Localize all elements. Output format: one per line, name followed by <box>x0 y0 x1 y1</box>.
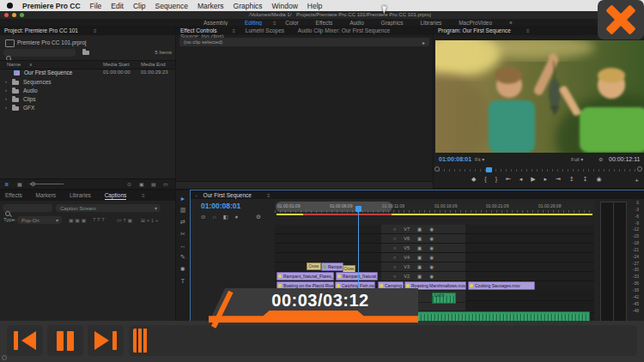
caption-align-icons[interactable]: ▭ T ▣ <box>117 217 132 223</box>
progress-handle[interactable] <box>133 329 148 353</box>
lock-icon[interactable]: ○ <box>393 226 396 232</box>
sync-lock-icon[interactable]: ▣ <box>417 236 422 241</box>
sync-lock-icon[interactable]: ▣ <box>417 274 422 279</box>
list-view-icon[interactable]: ≣ <box>4 181 9 187</box>
sort-icon[interactable]: ∧ <box>29 62 33 67</box>
type-tool-icon[interactable]: T <box>181 278 185 284</box>
export-frame-icon[interactable]: ◉ <box>597 176 605 182</box>
menu-window[interactable]: Window <box>272 2 298 10</box>
tab-audio-clip-mixer[interactable]: Audio Clip Mixer: Our First Sequence <box>298 27 390 33</box>
new-bin-icon[interactable]: ▣ <box>139 181 144 187</box>
lock-icon[interactable]: ○ <box>393 264 396 269</box>
transition-clip[interactable]: Cross <box>307 262 321 270</box>
razor-tool-icon[interactable]: ✂ <box>180 231 185 238</box>
extract-icon[interactable]: ↧ <box>583 176 592 182</box>
tab-captions[interactable]: Captions <box>105 192 127 200</box>
track-header-v5[interactable]: ○V5▣◉ <box>381 244 465 252</box>
add-marker-icon[interactable]: ◆ <box>471 176 479 182</box>
chevron-right-icon[interactable]: ▸ <box>422 39 425 45</box>
minimize-window-button[interactable] <box>12 13 16 17</box>
selection-tool-icon[interactable]: ► <box>180 196 186 202</box>
trash-icon[interactable]: ▭ <box>163 181 168 187</box>
project-panel-tab[interactable]: Project: Premiere Pro CC 101 <box>4 27 78 33</box>
captions-search-input[interactable] <box>3 204 52 212</box>
apple-menu-icon[interactable] <box>7 3 13 9</box>
workspace-editing[interactable]: Editing <box>245 20 262 26</box>
video-clip[interactable]: Cooking Sausages.mov <box>468 281 535 290</box>
bin-row-gfx[interactable]: › GFX <box>0 104 175 112</box>
project-panel-menu-icon[interactable]: ≡ <box>94 28 97 33</box>
close-window-button[interactable] <box>4 13 9 17</box>
program-timecode[interactable]: 01:00:08:01 <box>439 156 471 162</box>
workspace-overflow-icon[interactable]: » <box>509 20 513 26</box>
tab-effects[interactable]: Effects <box>5 192 22 198</box>
timeline-menu-icon[interactable]: ≡ <box>267 193 270 198</box>
hand-tool-icon[interactable]: ✱ <box>180 266 185 273</box>
icon-view-icon[interactable]: ▦ <box>17 181 22 187</box>
menu-clip[interactable]: Clip <box>133 2 146 10</box>
sync-lock-icon[interactable]: ▣ <box>417 245 422 250</box>
bin-label[interactable]: Clips <box>23 96 35 102</box>
scrubber-right-handle[interactable] <box>637 166 642 172</box>
skip-back-button[interactable] <box>7 325 43 356</box>
settings-wrench-icon[interactable]: ⚙ <box>598 156 603 162</box>
lock-icon[interactable]: ○ <box>393 245 396 250</box>
pause-button[interactable] <box>47 325 83 356</box>
timeline-toolbar-icons[interactable]: ⊙ ∩ ◧ ♦ <box>201 214 240 220</box>
menu-graphics[interactable]: Graphics <box>234 2 263 10</box>
play-icon[interactable]: ▶ <box>531 176 538 182</box>
workspace-assembly[interactable]: Assembly <box>204 20 228 26</box>
new-item-icon[interactable]: ▤ <box>151 181 156 187</box>
workspace-graphics[interactable]: Graphics <box>381 20 404 26</box>
menu-help[interactable]: Help <box>307 2 322 10</box>
workspace-color[interactable]: Color <box>285 20 299 26</box>
track-header-v4[interactable]: ○V4▣◉ <box>381 253 465 262</box>
track-output-icon[interactable]: ◉ <box>429 226 434 232</box>
project-file-name[interactable]: Premiere Pro CC 101.prproj <box>17 39 87 45</box>
lock-icon[interactable]: ○ <box>393 236 396 241</box>
menu-sequence[interactable]: Sequence <box>155 2 188 10</box>
track-output-icon[interactable]: ◉ <box>429 236 434 241</box>
program-scrubber[interactable] <box>439 169 639 172</box>
sync-lock-icon[interactable]: ▣ <box>417 226 422 232</box>
tab-lumetri-scopes[interactable]: Lumetri Scopes <box>246 27 284 33</box>
video-clip[interactable]: Rampant_Natural_ <box>336 272 378 281</box>
timeline-sequence-tab[interactable]: Our First Sequence <box>204 192 252 198</box>
timeline-timecode[interactable]: 01:00:08:01 <box>201 202 240 210</box>
sync-lock-icon[interactable]: ▣ <box>417 255 422 260</box>
chevron-right-icon[interactable]: › <box>5 105 7 110</box>
track-output-icon[interactable]: ◉ <box>429 274 434 279</box>
effect-controls-menu-icon[interactable]: ≡ <box>233 28 236 33</box>
audio-clip[interactable]: Lud.h <box>432 293 456 304</box>
menu-markers[interactable]: Markers <box>197 2 224 10</box>
project-bin-icon[interactable] <box>82 51 89 55</box>
quality-dropdown[interactable]: Full ▾ <box>571 156 583 162</box>
fit-dropdown[interactable]: Fit ▾ <box>475 156 484 162</box>
lock-icon[interactable]: ○ <box>393 255 396 260</box>
program-video-frame[interactable] <box>435 40 644 153</box>
tab-markers[interactable]: Markers <box>36 192 56 198</box>
video-clip[interactable]: Rampa <box>321 262 343 271</box>
column-media-start[interactable]: Media Start <box>103 62 130 67</box>
button-editor-plus-icon[interactable]: + <box>635 177 639 184</box>
bin-label[interactable]: Sequences <box>23 79 52 85</box>
video-clip[interactable]: Rampant_Natural_Flares_00 <box>276 272 334 281</box>
chevron-right-icon[interactable]: › <box>5 87 7 93</box>
track-header-v6[interactable]: ○V6▣◉ <box>381 234 465 243</box>
bin-row-audio[interactable]: › Audio <box>0 87 175 95</box>
scrubber-left-handle[interactable] <box>434 166 440 172</box>
tab-effect-controls[interactable]: Effect Controls <box>180 27 217 33</box>
go-to-out-icon[interactable]: ⇥ <box>556 176 564 182</box>
lift-icon[interactable]: ↥ <box>569 176 578 182</box>
caption-grid-icons[interactable]: ⊞ × 1 + <box>141 217 158 223</box>
table-row[interactable]: Our First Sequence 01:00:00:00 01:00:29:… <box>0 69 175 77</box>
program-monitor-tab[interactable]: Program: Our First Sequence <box>438 27 511 33</box>
slip-tool-icon[interactable]: ↔ <box>180 243 186 249</box>
skip-forward-button[interactable] <box>88 325 124 356</box>
timeline-settings-wrench-icon[interactable]: ⚙ <box>256 214 261 220</box>
track-output-icon[interactable]: ◉ <box>429 264 434 269</box>
workspace-effects[interactable]: Effects <box>316 20 333 26</box>
bin-label[interactable]: Audio <box>23 87 38 94</box>
tab-libraries[interactable]: Libraries <box>70 192 91 198</box>
track-select-tool-icon[interactable]: ▥ <box>180 207 186 214</box>
